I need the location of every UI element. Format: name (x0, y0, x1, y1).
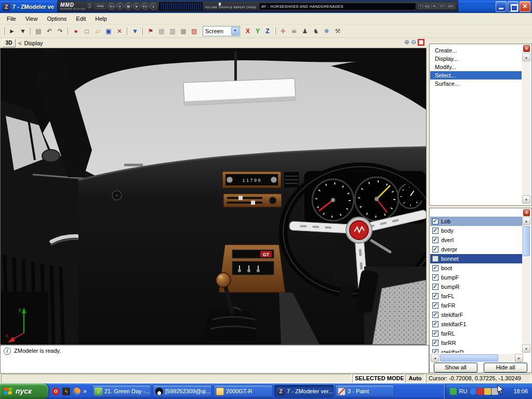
quick-launch-icon[interactable] (62, 388, 70, 395)
show-all-button[interactable]: Show all (434, 363, 477, 373)
layer-row[interactable]: dverl (430, 235, 523, 245)
layers-hscrollbar[interactable] (431, 354, 523, 362)
axis-button[interactable]: Y (253, 26, 262, 36)
toolbar-icon[interactable]: ❄ (322, 26, 332, 36)
volume-thumb[interactable] (219, 3, 221, 6)
layer-row[interactable]: steklfarD (430, 348, 523, 353)
layer-checkbox[interactable] (432, 312, 438, 318)
layer-row[interactable]: bumpR (430, 282, 523, 291)
scrollbar-thumb[interactable] (523, 226, 530, 256)
layer-checkbox[interactable] (432, 330, 438, 337)
layers-scrollbar[interactable] (522, 217, 530, 353)
screen-select[interactable]: Screen (203, 26, 240, 36)
winamp-button[interactable]: T (418, 4, 423, 9)
layer-row[interactable]: farRL (430, 329, 523, 338)
winamp-button[interactable]: CT (438, 4, 445, 9)
toolbar-icon[interactable]: ▱ (92, 26, 103, 36)
layer-row[interactable]: dverpr (430, 245, 523, 254)
toolbar-icon[interactable]: ♞ (311, 26, 321, 36)
toolbar-icon[interactable]: ⚒ (332, 26, 343, 36)
layer-row[interactable]: bonnet (430, 254, 523, 263)
chevron-down-icon[interactable] (231, 27, 239, 35)
scroll-down-icon[interactable] (522, 195, 530, 204)
layer-checkbox[interactable] (432, 246, 438, 252)
toolbar-grip[interactable] (274, 27, 276, 35)
transport-button[interactable]: ◄◄ (108, 3, 115, 10)
command-item[interactable]: Surface... (430, 79, 522, 88)
task-button[interactable]: 21. Green Day -... (92, 385, 151, 397)
winamp-button[interactable]: PL (431, 4, 438, 9)
layer-checkbox[interactable] (432, 321, 438, 327)
layer-checkbox[interactable] (432, 274, 438, 281)
toolbar-icon[interactable]: ▤ (33, 26, 44, 36)
command-item[interactable]: Modify... (430, 63, 522, 71)
toolbar-icon[interactable] (127, 27, 128, 35)
quick-launch-icon[interactable] (83, 388, 88, 395)
task-button[interactable]: 3 - Paint (335, 385, 394, 397)
transport-button[interactable]: ►► (141, 3, 149, 10)
tray-icon[interactable] (484, 388, 491, 395)
command-item[interactable]: Create... (430, 46, 522, 55)
layer-row[interactable]: farFL (430, 291, 523, 301)
scroll-left-icon[interactable] (431, 354, 439, 362)
toolbar-icon[interactable]: □ (82, 26, 92, 36)
toolbar-grip[interactable] (3, 27, 5, 35)
scrollbar-thumb[interactable] (440, 354, 498, 362)
menu-item[interactable]: Help (90, 14, 112, 23)
layer-checkbox[interactable] (432, 293, 438, 299)
transport-button[interactable]: ▲ (150, 3, 157, 10)
layer-checkbox[interactable] (432, 284, 438, 290)
panel-close-icon[interactable] (523, 45, 530, 52)
layer-checkbox[interactable] (432, 265, 438, 271)
viewport-grid-icon[interactable] (418, 39, 424, 46)
layer-row[interactable]: farFR (430, 301, 523, 310)
toolbar-icon[interactable]: ▼ (18, 26, 28, 36)
restore-button[interactable] (508, 1, 518, 12)
toolbar-icon[interactable]: ▧ (189, 26, 200, 36)
layer-row[interactable]: steklfarF1 (430, 320, 523, 329)
layer-checkbox[interactable] (432, 349, 438, 353)
axis-button[interactable]: Z (263, 26, 272, 36)
layer-checkbox[interactable] (432, 237, 438, 243)
view-3d-button[interactable]: 3D (2, 39, 16, 47)
tray-icon[interactable] (450, 388, 457, 395)
transport-button[interactable]: ■ (133, 3, 140, 10)
menu-item[interactable]: Edit (71, 14, 90, 23)
toolbar-icon[interactable]: ▣ (103, 26, 114, 36)
toolbar-icon[interactable]: ⚑ (145, 26, 156, 36)
quick-launch-icon[interactable] (52, 388, 60, 395)
commands-scrollbar[interactable] (522, 53, 530, 204)
viewport-canvas[interactable]: 1 1 7 9 8 (1, 48, 426, 344)
tray-icon[interactable] (477, 388, 484, 395)
toolbar-icon[interactable] (142, 27, 143, 35)
layer-row[interactable]: farRR (430, 338, 523, 348)
toolbar-icon[interactable]: ▦ (178, 26, 189, 36)
layer-checkbox[interactable] (432, 340, 438, 346)
zoom-in-icon[interactable]: ⊕ (404, 38, 409, 46)
panel-close-icon[interactable] (523, 209, 530, 216)
toolbar-icon[interactable]: ● (71, 26, 81, 36)
toolbar-icon[interactable]: ▥ (167, 26, 178, 36)
toolbar-icon[interactable]: ♟ (300, 26, 310, 36)
axis-button[interactable]: X (243, 26, 252, 36)
toolbar-icon[interactable]: ☠ (289, 26, 299, 36)
hide-all-button[interactable]: Hide all (484, 363, 527, 373)
minimize-button[interactable] (496, 1, 507, 12)
layer-checkbox[interactable] (432, 256, 438, 262)
layer-row[interactable]: body (430, 226, 523, 235)
menu-item[interactable]: File (2, 14, 21, 23)
toolbar-icon[interactable] (30, 27, 31, 35)
start-button[interactable]: пуск (0, 383, 48, 399)
layer-row[interactable]: steklfarF (430, 310, 523, 320)
task-button[interactable]: 2000GT-R (214, 385, 273, 397)
transport-button[interactable]: ▮▮ (125, 3, 132, 10)
layer-checkbox[interactable] (432, 302, 438, 309)
layer-row[interactable]: boot (430, 263, 523, 273)
transport-button[interactable]: ► (116, 3, 124, 10)
toolbar-icon[interactable]: ✛ (278, 26, 288, 36)
menu-item[interactable]: Options (42, 14, 71, 23)
toolbar-icon[interactable]: ► (7, 26, 17, 36)
scroll-right-icon[interactable] (515, 354, 523, 362)
toolbar-icon[interactable]: ▤ (156, 26, 167, 36)
back-arrow[interactable]: < (18, 40, 21, 46)
